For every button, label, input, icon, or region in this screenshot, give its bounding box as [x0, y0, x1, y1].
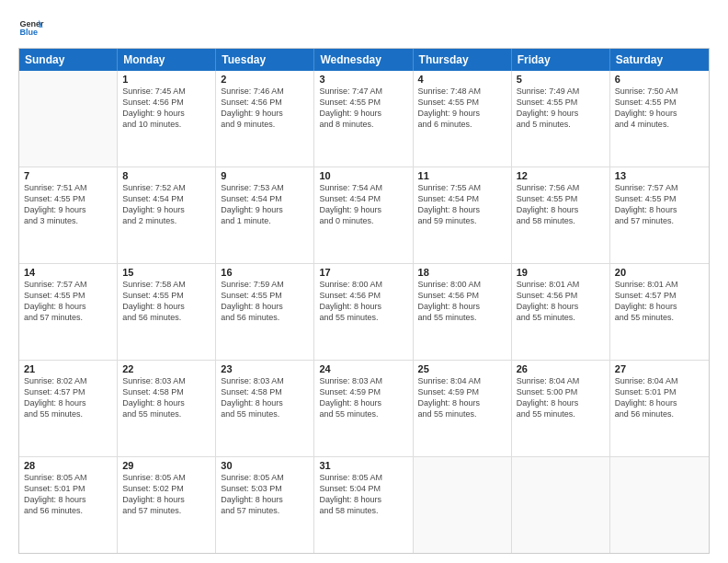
day-number: 25	[418, 363, 506, 374]
day-number: 22	[122, 363, 210, 374]
header-cell-monday: Monday	[118, 49, 216, 71]
cell-text: Sunrise: 8:04 AMSunset: 5:01 PMDaylight:…	[615, 375, 704, 420]
cell-text: Sunrise: 8:01 AMSunset: 4:56 PMDaylight:…	[517, 279, 605, 324]
day-number: 3	[319, 74, 407, 85]
calendar-cell: 21Sunrise: 8:02 AMSunset: 4:57 PMDayligh…	[19, 361, 118, 456]
header-cell-sunday: Sunday	[19, 49, 118, 71]
cell-text: Sunrise: 8:05 AMSunset: 5:03 PMDaylight:…	[221, 472, 309, 517]
day-number: 7	[24, 170, 112, 181]
calendar-container: General Blue SundayMondayTuesdayWednesda…	[0, 0, 728, 563]
header-cell-tuesday: Tuesday	[216, 49, 314, 71]
day-number: 9	[221, 170, 309, 181]
calendar-row: 14Sunrise: 7:57 AMSunset: 4:55 PMDayligh…	[19, 263, 709, 360]
day-number: 19	[517, 267, 605, 278]
cell-text: Sunrise: 7:48 AMSunset: 4:55 PMDaylight:…	[418, 86, 506, 131]
page-header: General Blue	[18, 15, 710, 40]
calendar-cell: 22Sunrise: 8:03 AMSunset: 4:58 PMDayligh…	[118, 361, 216, 456]
cell-text: Sunrise: 7:53 AMSunset: 4:54 PMDaylight:…	[221, 182, 309, 227]
header-cell-wednesday: Wednesday	[314, 49, 413, 71]
cell-text: Sunrise: 8:04 AMSunset: 4:59 PMDaylight:…	[418, 375, 506, 420]
calendar-cell: 20Sunrise: 8:01 AMSunset: 4:57 PMDayligh…	[610, 264, 709, 360]
day-number: 26	[517, 363, 605, 374]
calendar-cell	[512, 457, 610, 553]
calendar-cell: 4Sunrise: 7:48 AMSunset: 4:55 PMDaylight…	[414, 71, 512, 167]
cell-text: Sunrise: 7:57 AMSunset: 4:55 PMDaylight:…	[24, 279, 112, 324]
cell-text: Sunrise: 7:52 AMSunset: 4:54 PMDaylight:…	[122, 182, 210, 227]
day-number: 14	[24, 267, 112, 278]
calendar-cell: 1Sunrise: 7:45 AMSunset: 4:56 PMDaylight…	[118, 71, 216, 167]
calendar-cell: 5Sunrise: 7:49 AMSunset: 4:55 PMDaylight…	[512, 71, 610, 167]
header-cell-saturday: Saturday	[610, 49, 709, 71]
header-cell-friday: Friday	[512, 49, 610, 71]
day-number: 11	[418, 170, 506, 181]
cell-text: Sunrise: 8:00 AMSunset: 4:56 PMDaylight:…	[319, 279, 407, 324]
calendar: SundayMondayTuesdayWednesdayThursdayFrid…	[18, 48, 710, 554]
calendar-cell: 3Sunrise: 7:47 AMSunset: 4:55 PMDaylight…	[314, 71, 413, 167]
calendar-cell: 29Sunrise: 8:05 AMSunset: 5:02 PMDayligh…	[118, 457, 216, 553]
calendar-row: 7Sunrise: 7:51 AMSunset: 4:55 PMDaylight…	[19, 167, 709, 263]
cell-text: Sunrise: 7:56 AMSunset: 4:55 PMDaylight:…	[517, 182, 605, 227]
cell-text: Sunrise: 8:05 AMSunset: 5:02 PMDaylight:…	[122, 472, 210, 517]
cell-text: Sunrise: 7:51 AMSunset: 4:55 PMDaylight:…	[24, 182, 112, 227]
day-number: 27	[615, 363, 704, 374]
calendar-cell: 8Sunrise: 7:52 AMSunset: 4:54 PMDaylight…	[118, 167, 216, 263]
cell-text: Sunrise: 7:55 AMSunset: 4:54 PMDaylight:…	[418, 182, 506, 227]
cell-text: Sunrise: 7:49 AMSunset: 4:55 PMDaylight:…	[517, 86, 605, 131]
calendar-cell: 2Sunrise: 7:46 AMSunset: 4:56 PMDaylight…	[216, 71, 314, 167]
calendar-cell: 16Sunrise: 7:59 AMSunset: 4:55 PMDayligh…	[216, 264, 314, 360]
calendar-row: 28Sunrise: 8:05 AMSunset: 5:01 PMDayligh…	[19, 456, 709, 553]
day-number: 23	[221, 363, 309, 374]
calendar-cell: 10Sunrise: 7:54 AMSunset: 4:54 PMDayligh…	[314, 167, 413, 263]
day-number: 30	[221, 460, 309, 471]
cell-text: Sunrise: 8:03 AMSunset: 4:58 PMDaylight:…	[122, 375, 210, 420]
calendar-header: SundayMondayTuesdayWednesdayThursdayFrid…	[19, 49, 709, 71]
cell-text: Sunrise: 7:59 AMSunset: 4:55 PMDaylight:…	[221, 279, 309, 324]
day-number: 17	[319, 267, 407, 278]
calendar-cell	[610, 457, 709, 553]
calendar-body: 1Sunrise: 7:45 AMSunset: 4:56 PMDaylight…	[19, 71, 709, 553]
calendar-cell: 26Sunrise: 8:04 AMSunset: 5:00 PMDayligh…	[512, 361, 610, 456]
day-number: 21	[24, 363, 112, 374]
calendar-cell: 7Sunrise: 7:51 AMSunset: 4:55 PMDaylight…	[19, 167, 118, 263]
calendar-cell: 13Sunrise: 7:57 AMSunset: 4:55 PMDayligh…	[610, 167, 709, 263]
calendar-cell: 15Sunrise: 7:58 AMSunset: 4:55 PMDayligh…	[118, 264, 216, 360]
calendar-cell: 30Sunrise: 8:05 AMSunset: 5:03 PMDayligh…	[216, 457, 314, 553]
calendar-cell: 23Sunrise: 8:03 AMSunset: 4:58 PMDayligh…	[216, 361, 314, 456]
logo: General Blue	[18, 15, 44, 40]
day-number: 4	[418, 74, 506, 85]
day-number: 29	[122, 460, 210, 471]
cell-text: Sunrise: 7:58 AMSunset: 4:55 PMDaylight:…	[122, 279, 210, 324]
cell-text: Sunrise: 8:03 AMSunset: 4:59 PMDaylight:…	[319, 375, 407, 420]
header-cell-thursday: Thursday	[414, 49, 512, 71]
day-number: 8	[122, 170, 210, 181]
calendar-row: 1Sunrise: 7:45 AMSunset: 4:56 PMDaylight…	[19, 71, 709, 167]
cell-text: Sunrise: 7:50 AMSunset: 4:55 PMDaylight:…	[615, 86, 704, 131]
calendar-cell: 18Sunrise: 8:00 AMSunset: 4:56 PMDayligh…	[414, 264, 512, 360]
calendar-cell: 19Sunrise: 8:01 AMSunset: 4:56 PMDayligh…	[512, 264, 610, 360]
calendar-cell	[19, 71, 118, 167]
calendar-cell: 12Sunrise: 7:56 AMSunset: 4:55 PMDayligh…	[512, 167, 610, 263]
logo-icon: General Blue	[18, 15, 44, 40]
cell-text: Sunrise: 8:01 AMSunset: 4:57 PMDaylight:…	[615, 279, 704, 324]
day-number: 15	[122, 267, 210, 278]
cell-text: Sunrise: 8:03 AMSunset: 4:58 PMDaylight:…	[221, 375, 309, 420]
calendar-cell: 9Sunrise: 7:53 AMSunset: 4:54 PMDaylight…	[216, 167, 314, 263]
svg-text:Blue: Blue	[19, 28, 38, 37]
cell-text: Sunrise: 8:02 AMSunset: 4:57 PMDaylight:…	[24, 375, 112, 420]
calendar-cell	[414, 457, 512, 553]
day-number: 18	[418, 267, 506, 278]
calendar-cell: 24Sunrise: 8:03 AMSunset: 4:59 PMDayligh…	[314, 361, 413, 456]
day-number: 24	[319, 363, 407, 374]
cell-text: Sunrise: 8:05 AMSunset: 5:01 PMDaylight:…	[24, 472, 112, 517]
cell-text: Sunrise: 7:54 AMSunset: 4:54 PMDaylight:…	[319, 182, 407, 227]
calendar-cell: 25Sunrise: 8:04 AMSunset: 4:59 PMDayligh…	[414, 361, 512, 456]
day-number: 10	[319, 170, 407, 181]
calendar-cell: 31Sunrise: 8:05 AMSunset: 5:04 PMDayligh…	[314, 457, 413, 553]
calendar-cell: 14Sunrise: 7:57 AMSunset: 4:55 PMDayligh…	[19, 264, 118, 360]
day-number: 12	[517, 170, 605, 181]
cell-text: Sunrise: 7:45 AMSunset: 4:56 PMDaylight:…	[122, 86, 210, 131]
cell-text: Sunrise: 8:00 AMSunset: 4:56 PMDaylight:…	[418, 279, 506, 324]
calendar-cell: 6Sunrise: 7:50 AMSunset: 4:55 PMDaylight…	[610, 71, 709, 167]
day-number: 13	[615, 170, 704, 181]
cell-text: Sunrise: 7:47 AMSunset: 4:55 PMDaylight:…	[319, 86, 407, 131]
